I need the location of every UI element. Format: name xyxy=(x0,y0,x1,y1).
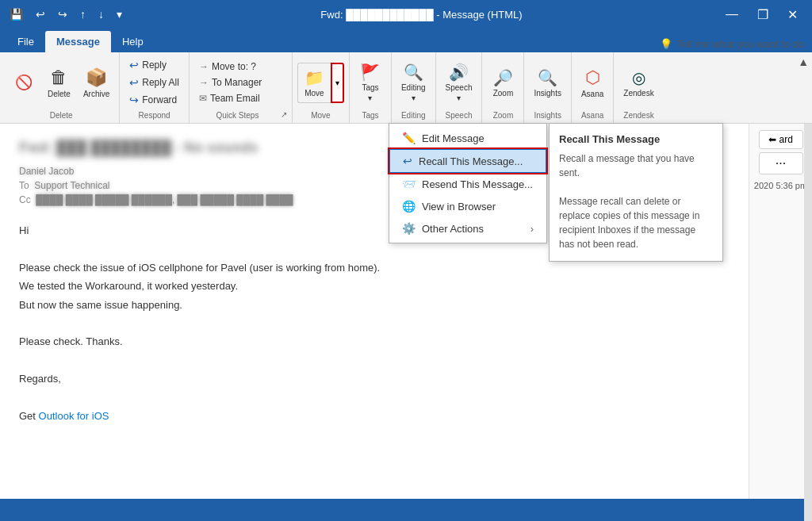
speech-icon: 🔊 xyxy=(449,63,469,82)
asana-icon: ⬡ xyxy=(585,67,600,88)
move-button[interactable]: 📁 Move xyxy=(297,63,331,103)
archive-label: Archive xyxy=(83,90,109,98)
speech-group-label: Speech xyxy=(441,109,477,120)
to-manager-icon: → xyxy=(199,77,209,88)
menu-item-recall-message[interactable]: ↩ Recall This Message... xyxy=(389,149,546,173)
tags-label: Tags xyxy=(362,83,378,92)
speech-arrow-icon: ▾ xyxy=(457,94,461,102)
to-manager-button[interactable]: → To Manager xyxy=(194,75,287,90)
next-icon[interactable]: ↓ xyxy=(95,6,107,22)
tell-me-box[interactable]: 💡 Tell me what you want to do xyxy=(652,35,812,53)
junk-button[interactable]: 🚫 xyxy=(8,59,40,106)
tags-button[interactable]: 🚩 Tags ▾ xyxy=(354,59,386,106)
menu-item-edit-message[interactable]: ✏️ Edit Message xyxy=(389,127,546,149)
forward-panel-button[interactable]: ⬅ ard xyxy=(759,130,803,149)
ribbon-group-speech: 🔊 Speech ▾ Speech xyxy=(436,52,483,123)
reply-all-label: Reply All xyxy=(142,77,179,88)
tell-me-label: Tell me what you want to do xyxy=(677,38,804,50)
ribbon-group-respond: ↩ Reply ↩ Reply All ↪ Forward Respond xyxy=(120,52,190,123)
submenu-arrow-icon: › xyxy=(530,223,534,235)
menu-item-resend-message[interactable]: 📨 Resend This Message... xyxy=(389,173,546,195)
close-button[interactable]: ✕ xyxy=(779,4,806,25)
resend-icon: 📨 xyxy=(402,178,416,190)
insights-button[interactable]: 🔍 Insights xyxy=(529,59,565,106)
reply-all-button[interactable]: ↩ Reply All xyxy=(124,75,184,90)
move-label: Move xyxy=(304,89,324,98)
edit-message-label: Edit Message xyxy=(422,132,485,144)
right-panel: ⬅ ard ··· 2020 5:36 pm xyxy=(749,124,812,499)
other-actions-icon: ⚙️ xyxy=(402,222,416,235)
move-dropdown-button[interactable]: ▾ xyxy=(331,63,344,103)
zendesk-button[interactable]: ◎ Zendesk xyxy=(619,59,658,106)
delete-button[interactable]: 🗑 Delete xyxy=(43,59,75,106)
zoom-button[interactable]: 🔎 Zoom xyxy=(487,59,519,106)
zoom-icon: 🔎 xyxy=(493,68,513,87)
undo-icon[interactable]: ↩ xyxy=(33,6,48,22)
statusbar xyxy=(0,499,812,521)
reply-button[interactable]: ↩ Reply xyxy=(124,57,184,73)
editing-label: Editing xyxy=(401,83,426,92)
respond-buttons: ↩ Reply ↩ Reply All ↪ Forward xyxy=(124,56,184,109)
collapse-ribbon-button[interactable]: ▲ xyxy=(795,52,812,71)
speech-button[interactable]: 🔊 Speech ▾ xyxy=(441,59,477,106)
move-to-button[interactable]: → Move to: ? xyxy=(194,59,287,74)
editing-button[interactable]: 🔍 Editing ▾ xyxy=(396,59,431,106)
restore-button[interactable]: ❐ xyxy=(749,4,776,25)
zendesk-icon: ◎ xyxy=(632,68,645,87)
more-panel-button[interactable]: ··· xyxy=(759,152,803,174)
save-icon[interactable]: 💾 xyxy=(6,6,26,22)
archive-button[interactable]: 📦 Archive xyxy=(79,59,114,106)
team-email-icon: ✉ xyxy=(199,93,207,104)
archive-icon: 📦 xyxy=(86,67,107,88)
ribbon-group-move: 📁 Move ▾ Move xyxy=(293,52,350,123)
delete-group-label: Delete xyxy=(8,109,114,120)
delete-icon: 🗑 xyxy=(50,67,67,88)
editing-arrow-icon: ▾ xyxy=(412,94,416,102)
move-to-label: Move to: ? xyxy=(212,61,256,72)
tab-file[interactable]: File xyxy=(6,31,45,52)
tags-icon: 🚩 xyxy=(360,63,380,82)
tags-group-label: Tags xyxy=(354,109,386,120)
window-title: Fwd: ████████████ - Message (HTML) xyxy=(125,9,718,21)
quick-steps-group-label: Quick Steps xyxy=(194,109,281,120)
insights-icon: 🔍 xyxy=(538,68,557,87)
move-group-label: Move xyxy=(297,109,344,120)
ribbon-group-asana: ⬡ Asana Asana xyxy=(572,52,614,123)
team-email-label: Team Email xyxy=(210,93,260,104)
recall-tooltip: Recall This Message Recall a message tha… xyxy=(549,123,723,262)
outlook-ios-link[interactable]: Outlook for iOS xyxy=(39,410,109,422)
tooltip-text: Recall a message that you have sent. Mes… xyxy=(559,151,713,251)
move-icon: 📁 xyxy=(304,68,324,87)
team-email-button[interactable]: ✉ Team Email xyxy=(194,91,287,105)
edit-message-icon: ✏️ xyxy=(402,132,416,144)
respond-group-label: Respond xyxy=(124,109,184,120)
menu-item-view-in-browser[interactable]: 🌐 View in Browser xyxy=(389,195,546,217)
editing-group-label: Editing xyxy=(396,109,431,120)
prev-icon[interactable]: ↑ xyxy=(77,6,89,22)
redo-icon[interactable]: ↪ xyxy=(55,6,71,22)
tab-help[interactable]: Help xyxy=(111,31,155,52)
more-icon[interactable]: ▾ xyxy=(113,6,125,22)
reply-label: Reply xyxy=(142,59,167,71)
reply-all-icon: ↩ xyxy=(129,76,139,89)
junk-icon: 🚫 xyxy=(15,74,33,91)
move-to-icon: → xyxy=(199,61,209,72)
delete-label: Delete xyxy=(48,90,71,98)
forward-button[interactable]: ↪ Forward xyxy=(124,92,184,108)
ribbon-group-insights: 🔍 Insights Insights xyxy=(524,52,571,123)
quick-steps-buttons: → Move to: ? → To Manager ✉ Team Email xyxy=(194,56,287,109)
forward-label: Forward xyxy=(142,94,177,105)
quick-steps-expand-icon[interactable]: ↗ xyxy=(281,110,287,119)
menu-item-other-actions[interactable]: ⚙️ Other Actions › xyxy=(389,217,546,239)
ribbon-group-zendesk: ◎ Zendesk Zendesk xyxy=(614,52,663,123)
email-date: 2020 5:36 pm xyxy=(754,181,807,190)
other-actions-label: Other Actions xyxy=(422,223,484,235)
reply-icon: ↩ xyxy=(129,59,139,71)
minimize-button[interactable]: — xyxy=(718,4,746,25)
zendesk-group-label: Zendesk xyxy=(619,109,658,120)
tooltip-title: Recall This Message xyxy=(559,133,713,145)
asana-button[interactable]: ⬡ Asana xyxy=(576,59,608,106)
tab-message[interactable]: Message xyxy=(45,31,111,52)
vertical-scrollbar[interactable] xyxy=(804,124,812,499)
ribbon-tab-bar: File Message Help 💡 Tell me what you wan… xyxy=(0,29,812,52)
